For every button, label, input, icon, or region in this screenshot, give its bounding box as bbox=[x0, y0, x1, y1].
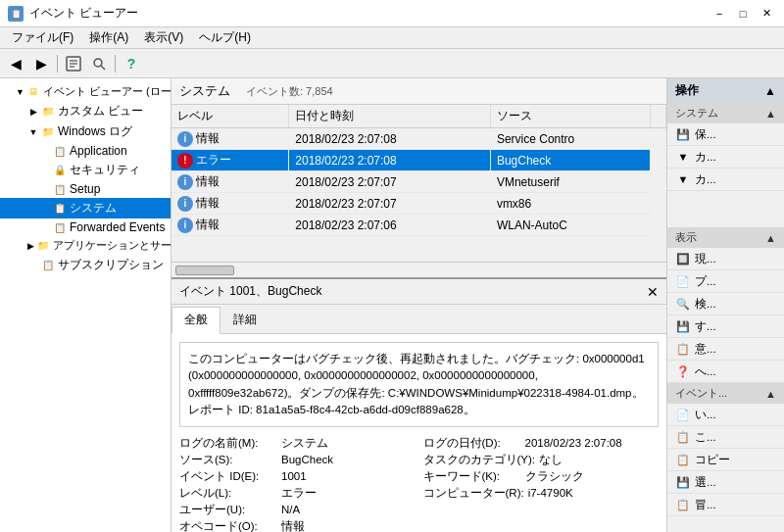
field-label-taskcategory: タスクのカテゴリ(Y): bbox=[423, 453, 536, 467]
hscroll-area[interactable] bbox=[172, 262, 666, 277]
action-item-filter2[interactable]: ▼ カ... bbox=[667, 169, 784, 191]
tree-section: ▼ 🖥 イベント ビューアー (ローカル) ▶ 📁 カスタム ビュー ▼ 📁 W… bbox=[0, 78, 171, 279]
action-item-view5[interactable]: 📋 意... bbox=[667, 338, 784, 361]
maximize-button[interactable]: □ bbox=[733, 4, 753, 24]
log-icon-system: 📋 bbox=[53, 202, 67, 216]
action-item-view1[interactable]: 🔲 現... bbox=[667, 248, 784, 270]
action-item-copy[interactable]: 📋 コピー bbox=[667, 449, 784, 471]
action-label-event5: 冒... bbox=[695, 498, 716, 512]
folder-icon-appservices: 📁 bbox=[36, 239, 50, 253]
cell-source: BugCheck bbox=[490, 150, 650, 171]
detail-close-button[interactable]: ✕ bbox=[647, 284, 659, 300]
tree-arrow-customview: ▶ bbox=[27, 106, 39, 118]
field-label-user: ユーザー(U): bbox=[179, 503, 277, 517]
action-sub-label-system: システム bbox=[675, 106, 718, 121]
log-icon-application: 📋 bbox=[53, 144, 67, 158]
tab-general[interactable]: 全般 bbox=[172, 307, 220, 334]
event-table-container[interactable]: レベル 日付と時刻 ソース i 情報2018/02/23 2:07:08Serv… bbox=[172, 105, 666, 262]
cell-datetime: 2018/02/23 2:07:08 bbox=[289, 150, 491, 171]
tree-item-forwarded[interactable]: ▶ 📋 Forwarded Events bbox=[0, 218, 171, 236]
folder-icon-customview: 📁 bbox=[41, 105, 55, 119]
tree-item-application[interactable]: ▶ 📋 Application bbox=[0, 142, 171, 160]
menu-view[interactable]: 表示(V) bbox=[136, 27, 191, 48]
tree-item-customview[interactable]: ▶ 📁 カスタム ビュー bbox=[0, 101, 171, 121]
tab-detail[interactable]: 詳細 bbox=[220, 307, 270, 333]
export-icon: 💾 bbox=[675, 318, 691, 334]
tree-item-setup[interactable]: ▶ 📋 Setup bbox=[0, 180, 171, 198]
detail-tabs: 全般 詳細 bbox=[172, 305, 666, 334]
field-value-logname: システム bbox=[281, 436, 328, 451]
svg-line-5 bbox=[101, 66, 105, 70]
action-label-save2: 選... bbox=[695, 475, 716, 490]
action-item-view2[interactable]: 📄 プ... bbox=[667, 270, 784, 293]
info-icon: i bbox=[177, 218, 193, 233]
action-sub-label-event: イベント... bbox=[675, 386, 727, 401]
field-label-logname: ログの名前(M): bbox=[179, 436, 277, 451]
chevron-system: ▲ bbox=[764, 84, 776, 98]
table-row[interactable]: i 情報2018/02/23 2:07:06WLAN-AutoC bbox=[172, 215, 666, 236]
table-row[interactable]: ! エラー2018/02/23 2:07:08BugCheck bbox=[172, 150, 666, 171]
toolbar-action2[interactable] bbox=[87, 52, 111, 75]
title-bar-left: 📋 イベント ビューアー bbox=[8, 5, 138, 22]
field-label-source: ソース(S): bbox=[179, 453, 277, 467]
copy-icon: 📋 bbox=[675, 452, 691, 467]
title-bar-controls[interactable]: − □ ✕ bbox=[710, 4, 776, 24]
main-layout: ▼ 🖥 イベント ビューアー (ローカル) ▶ 📁 カスタム ビュー ▼ 📁 W… bbox=[0, 78, 784, 532]
action-item-event1[interactable]: 📄 い... bbox=[667, 404, 784, 426]
action-item-filter[interactable]: ▼ カ... bbox=[667, 146, 784, 169]
toolbar-action1[interactable] bbox=[62, 52, 85, 75]
tree-item-subscription[interactable]: ▶ 📋 サブスクリプション bbox=[0, 255, 171, 275]
hscroll-thumb[interactable] bbox=[175, 266, 234, 275]
action-item-help[interactable]: ❓ へ... bbox=[667, 361, 784, 383]
toolbar-help[interactable]: ? bbox=[120, 52, 143, 75]
toolbar-forward[interactable]: ▶ bbox=[29, 52, 53, 75]
right-panel: 操作 ▲ システム ▲ 💾 保... ▼ カ... ▼ カ... 表示 bbox=[666, 78, 784, 532]
minimize-button[interactable]: − bbox=[710, 4, 729, 24]
action-item-event2[interactable]: 📋 こ... bbox=[667, 426, 784, 449]
action-item-save2[interactable]: 💾 選... bbox=[667, 471, 784, 494]
tree-item-appservices[interactable]: ▶ 📁 アプリケーションとサービス ログ bbox=[0, 236, 171, 255]
toolbar-back[interactable]: ◀ bbox=[4, 52, 27, 75]
cell-datetime: 2018/02/23 2:07:08 bbox=[289, 128, 491, 150]
table-row[interactable]: i 情報2018/02/23 2:07:07vmx86 bbox=[172, 193, 666, 215]
help-icon: ❓ bbox=[675, 363, 691, 379]
tree-item-windowslog[interactable]: ▼ 📁 Windows ログ bbox=[0, 121, 171, 142]
table-row[interactable]: i 情報2018/02/23 2:07:07VMnetuserif bbox=[172, 171, 666, 193]
close-button[interactable]: ✕ bbox=[757, 4, 776, 24]
filter-icon: ▼ bbox=[675, 149, 691, 165]
action-label-export: す... bbox=[695, 319, 716, 334]
info-icon: i bbox=[177, 174, 193, 190]
menu-bar: ファイル(F) 操作(A) 表示(V) ヘルプ(H) bbox=[0, 27, 784, 49]
menu-help[interactable]: ヘルプ(H) bbox=[191, 27, 259, 48]
cell-source: WLAN-AutoC bbox=[490, 215, 650, 236]
action-item-export[interactable]: 💾 す... bbox=[667, 315, 784, 338]
tree-label-setup: Setup bbox=[70, 182, 100, 196]
action-section-system: 操作 ▲ システム ▲ 💾 保... ▼ カ... ▼ カ... bbox=[667, 78, 784, 227]
menu-file[interactable]: ファイル(F) bbox=[4, 27, 81, 48]
action-sub-label-view: 表示 bbox=[675, 230, 697, 245]
field-value-logdate: 2018/02/23 2:07:08 bbox=[525, 437, 622, 449]
tree-item-eventvwr[interactable]: ▼ 🖥 イベント ビューアー (ローカル) bbox=[0, 82, 171, 101]
cell-level: ! エラー bbox=[172, 150, 289, 171]
action-item-save[interactable]: 💾 保... bbox=[667, 123, 784, 146]
event1-icon: 📄 bbox=[675, 407, 691, 422]
action-item-event5[interactable]: 📋 冒... bbox=[667, 494, 784, 516]
menu-action[interactable]: 操作(A) bbox=[81, 27, 136, 48]
tree-label-forwarded: Forwarded Events bbox=[70, 220, 165, 234]
center-panel: システム イベント数: 7,854 レベル 日付と時刻 ソース i 情報2018… bbox=[172, 78, 666, 532]
tree-item-system[interactable]: ▶ 📋 システム bbox=[0, 198, 171, 218]
field-label-logdate: ログの日付(D): bbox=[423, 436, 521, 451]
action-item-search[interactable]: 🔍 検... bbox=[667, 293, 784, 315]
cell-level: i 情報 bbox=[172, 215, 289, 236]
tree-item-security[interactable]: ▶ 🔒 セキュリティ bbox=[0, 160, 171, 180]
table-row[interactable]: i 情報2018/02/23 2:07:08Service Contro bbox=[172, 128, 666, 150]
save-icon: 💾 bbox=[675, 126, 691, 142]
field-row-keyword: キーワード(K): クラシック bbox=[423, 468, 660, 485]
field-value-source: BugCheck bbox=[281, 454, 333, 465]
cell-datetime: 2018/02/23 2:07:07 bbox=[289, 193, 491, 215]
field-row-logname: ログの名前(M): システム bbox=[179, 435, 416, 452]
col-extra bbox=[651, 105, 666, 128]
tree-label-customview: カスタム ビュー bbox=[58, 103, 143, 120]
action-sub-system: システム ▲ bbox=[667, 103, 784, 123]
action-label-event1: い... bbox=[695, 408, 716, 422]
